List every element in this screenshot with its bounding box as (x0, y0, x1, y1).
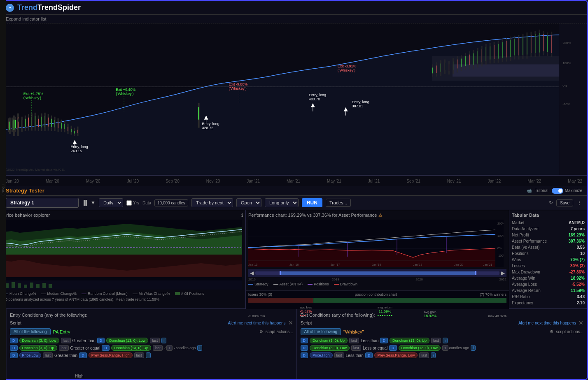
timeframe-select[interactable]: Daily (99, 198, 123, 207)
svg-text:387.01: 387.01 (352, 104, 363, 108)
toggle-switch[interactable] (552, 188, 563, 194)
exit-d3-badge: D (301, 345, 308, 351)
entry-all-of-following: All of the following PA Entry ⚙ script a… (10, 328, 293, 335)
entry-candle-arrow-left[interactable]: ‹ (164, 346, 166, 350)
entry-candles-2[interactable]: 1 (166, 345, 173, 351)
logo: TrendTrendSpider (17, 3, 81, 12)
dropdown-icon[interactable]: ▼ (91, 200, 96, 206)
tutorial-label[interactable]: Tutorial (535, 188, 548, 193)
exit-operator-3: Less than (346, 353, 364, 358)
entry-all-of-btn[interactable]: All of the following (10, 328, 51, 335)
timeline-sep21: Sep '21 (406, 179, 420, 183)
save-button[interactable]: Save (556, 199, 573, 206)
svg-rect-73 (535, 34, 535, 53)
svg-rect-29 (445, 63, 445, 70)
svg-text:Entry, long: Entry, long (309, 93, 326, 97)
exit-candle-badge[interactable]: 1 (442, 345, 448, 351)
trades-button[interactable]: Trades... (326, 199, 351, 207)
entry-script-actions[interactable]: script actions... (266, 329, 293, 334)
svg-text:0%: 0% (562, 84, 567, 88)
entry-info-2[interactable]: i (197, 345, 202, 351)
timeline-mar20: Mar '20 (46, 179, 59, 183)
maximize-toggle[interactable]: Maximize (552, 188, 582, 194)
svg-rect-125 (74, 131, 75, 134)
trade-by-select[interactable]: Trade by next (191, 198, 233, 207)
svg-rect-39 (465, 56, 466, 66)
exit-info-3[interactable]: i (431, 352, 436, 358)
exit-indicator-1b[interactable]: Donchian (13, 0), Up (390, 338, 429, 343)
exit-alert-link[interactable]: Alert me next time this happens (518, 321, 576, 325)
entry-indicator-3b[interactable]: Prev.Sess.Range, High (89, 352, 133, 358)
exit-condition-3: D Price.High last Less than D Prev.Sess.… (301, 352, 584, 358)
svg-rect-115 (58, 122, 58, 128)
entry-indicator-3a[interactable]: Price.Low (19, 352, 42, 358)
exit-indicator-3b[interactable]: Prev.Sess.Range, Low (374, 352, 418, 358)
max-label: max 48.37% (488, 314, 506, 318)
svg-rect-35 (457, 60, 457, 69)
entry-indicator-2a[interactable]: Donchian (3, 0), Up (19, 345, 57, 351)
info-icon[interactable]: ℹ (241, 213, 243, 218)
exit-info-1[interactable]: i (443, 338, 448, 343)
svg-rect-180 (347, 242, 348, 257)
open-select[interactable]: Open (236, 198, 261, 207)
svg-rect-65 (518, 38, 519, 56)
direction-select[interactable]: Long only (265, 198, 299, 207)
exit-indicator-1a[interactable]: Donchian (3, 0), Up (310, 338, 348, 343)
svg-text:Entry, long: Entry, long (352, 100, 369, 104)
svg-text:328.72: 328.72 (202, 126, 213, 130)
entry-info-3[interactable]: i (146, 352, 151, 358)
timeline-slider[interactable]: ◀ ▶ (248, 269, 506, 277)
svg-rect-107 (45, 116, 45, 127)
warning-icon: ⚠ (378, 213, 383, 218)
svg-rect-41 (469, 55, 470, 65)
entry-condition-2: D Donchian (3, 0), Up last Greater or eq… (10, 345, 293, 351)
conditions-row: ⟨ Drag ⟩ Entry Conditions (any of the fo… (1, 309, 587, 380)
exit-close-icon[interactable]: ✕ (579, 320, 583, 326)
exit-info-2[interactable]: i (471, 345, 476, 351)
candles-count-btn[interactable]: 10,000 candles (154, 199, 188, 206)
svg-rect-123 (71, 129, 72, 132)
expand-indicator[interactable]: Expand indicator list (1, 15, 587, 23)
entry-condition-3: D Price.Low last Greater than D Prev.Ses… (10, 352, 293, 358)
svg-text:Jan '19: Jan '19 (413, 263, 422, 266)
tabular-row-avg-loss: Average Loss -5.52% (512, 282, 585, 287)
run-button[interactable]: RUN (302, 198, 322, 207)
strategy-name-input[interactable] (6, 198, 79, 208)
exit-all-of-btn[interactable]: All of the following (301, 328, 341, 335)
svg-text:('Whiskey'): ('Whiskey') (338, 68, 355, 72)
more-options-icon[interactable]: ⋮ (576, 199, 582, 206)
svg-rect-167 (24, 285, 27, 288)
price-explorer-summary: 10 positions analyzed across 7 years of … (3, 297, 243, 301)
exit-conditions-header: Script Alert me next time this happens ✕ (301, 320, 584, 326)
entry-script-icon: ⚙ (259, 329, 263, 334)
exit-indicator-2b[interactable]: Donchian (13, 0), Low (399, 345, 441, 351)
tabular-row-data-analyzed: Data Analyzed 7 years (512, 226, 585, 232)
svg-rect-33 (453, 61, 453, 70)
svg-rect-53 (494, 45, 495, 59)
exit-last-2a: last (351, 345, 361, 351)
entry-indicator-2b[interactable]: Donchian (13, 0), Up (111, 345, 151, 351)
svg-rect-20 (453, 64, 559, 76)
svg-text:100%: 100% (497, 234, 504, 237)
entry-candle-arrow-right[interactable]: › (173, 346, 175, 350)
entry-close-icon[interactable]: ✕ (288, 320, 293, 326)
svg-rect-119 (65, 124, 65, 129)
exit-indicator-2a[interactable]: Donchian (3, 0), Low (310, 345, 350, 351)
years-checkbox[interactable] (126, 200, 132, 206)
exit-script-actions[interactable]: script actions... (556, 329, 583, 334)
performance-section: Performance chart: 169.29% vs 307.36% fo… (246, 210, 509, 290)
exit-last-3a: last (334, 352, 344, 358)
svg-rect-67 (523, 37, 523, 55)
exit-condition-1: D Donchian (3, 0), Up last Less than D D… (301, 338, 584, 343)
svg-rect-49 (486, 47, 486, 61)
svg-rect-169 (36, 284, 40, 288)
entry-alert-link[interactable]: Alert me next time this happens (228, 321, 285, 325)
svg-text:Exit +1.78%: Exit +1.78% (23, 92, 43, 96)
right-arrow-icon[interactable]: ▶ (501, 270, 505, 276)
svg-text:Jan '21: Jan '21 (483, 263, 492, 266)
entry-indicator-1a[interactable]: Donchian (3, 0), Low (19, 338, 59, 343)
left-arrow-icon[interactable]: ◀ (250, 270, 254, 276)
entry-indicator-1b[interactable]: Donchian (13, 0), Low (106, 338, 148, 343)
exit-indicator-3a[interactable]: Price.High (310, 352, 333, 358)
entry-info-1[interactable]: i (161, 338, 166, 343)
